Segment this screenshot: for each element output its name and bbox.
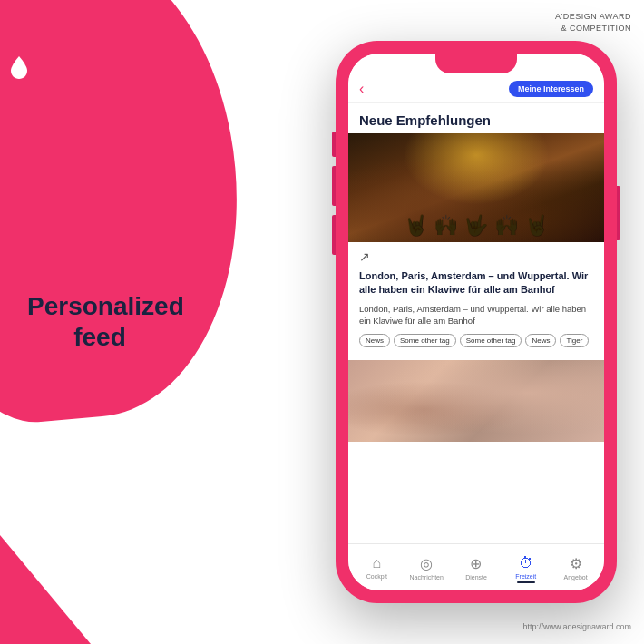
volume-up-button: [332, 166, 336, 206]
nav-item-angebot[interactable]: ⚙Angebot: [551, 555, 600, 581]
nav-icon-angebot: ⚙: [570, 555, 582, 572]
phone-notch: [435, 54, 517, 73]
article-title: London, Paris, Amsterdam – und Wuppertal…: [359, 269, 593, 298]
screen-content: Neue Empfehlungen ↗︎ London, Paris, Amst…: [348, 103, 604, 535]
phone-mockup: ‹ Meine Interessen Neue Empfehlungen ↗︎ …: [336, 41, 617, 603]
nav-label-freizeit: Freizeit: [515, 573, 536, 580]
nav-item-nachrichten[interactable]: ◎Nachrichten: [402, 555, 452, 581]
watermark: http://www.adesignaward.com: [522, 622, 631, 631]
share-icon[interactable]: ↗︎: [359, 249, 593, 264]
tag-item[interactable]: News: [525, 334, 556, 347]
concert-hero-image: [348, 133, 604, 242]
decorative-triangle: [0, 535, 91, 644]
nav-icon-freizeit: ⏱: [519, 555, 533, 571]
left-heading: Personalized feed: [27, 291, 172, 352]
nav-label-dienste: Dienste: [465, 574, 487, 581]
tag-item[interactable]: Some other tag: [394, 334, 456, 347]
phone-shell: ‹ Meine Interessen Neue Empfehlungen ↗︎ …: [336, 41, 617, 603]
volume-down-button: [332, 215, 336, 255]
article-body: London, Paris, Amsterdam – und Wuppertal…: [359, 303, 593, 327]
nav-label-angebot: Angebot: [564, 574, 588, 581]
bottom-navigation: ⌂Cockpit◎Nachrichten⊕Dienste⏱Freizeit⚙An…: [348, 543, 604, 590]
phone-screen: ‹ Meine Interessen Neue Empfehlungen ↗︎ …: [348, 54, 604, 590]
award-logo: A'DESIGN AWARD & COMPETITION: [555, 11, 631, 34]
nav-label-cockpit: Cockpit: [366, 573, 387, 580]
tag-item[interactable]: Some other tag: [460, 334, 522, 347]
tag-item[interactable]: Tiger: [560, 334, 589, 347]
drop-icon-top: [9, 54, 29, 80]
nav-label-nachrichten: Nachrichten: [410, 574, 444, 581]
article-section: ↗︎ London, Paris, Amsterdam – und Wupper…: [348, 242, 604, 355]
left-heading-line1: Personalized: [27, 291, 172, 322]
volume-mute-button: [332, 132, 336, 157]
top-navigation: ‹ Meine Interessen: [348, 77, 604, 103]
nav-item-dienste[interactable]: ⊕Dienste: [452, 555, 502, 581]
nav-item-freizeit[interactable]: ⏱Freizeit: [501, 555, 551, 580]
power-button: [617, 186, 620, 240]
nav-icon-cockpit: ⌂: [373, 555, 382, 571]
nav-icon-nachrichten: ◎: [420, 555, 433, 572]
meine-interessen-button[interactable]: Meine Interessen: [509, 81, 593, 97]
article-tags: NewsSome other tagSome other tagNewsTige…: [359, 334, 593, 347]
nav-icon-dienste: ⊕: [470, 555, 482, 572]
page-title: Neue Empfehlungen: [348, 103, 604, 133]
left-heading-line2: feed: [27, 322, 172, 353]
back-button[interactable]: ‹: [359, 81, 364, 97]
tag-item[interactable]: News: [359, 334, 390, 347]
second-article-image: [348, 360, 604, 442]
nav-item-cockpit[interactable]: ⌂Cockpit: [352, 555, 402, 580]
